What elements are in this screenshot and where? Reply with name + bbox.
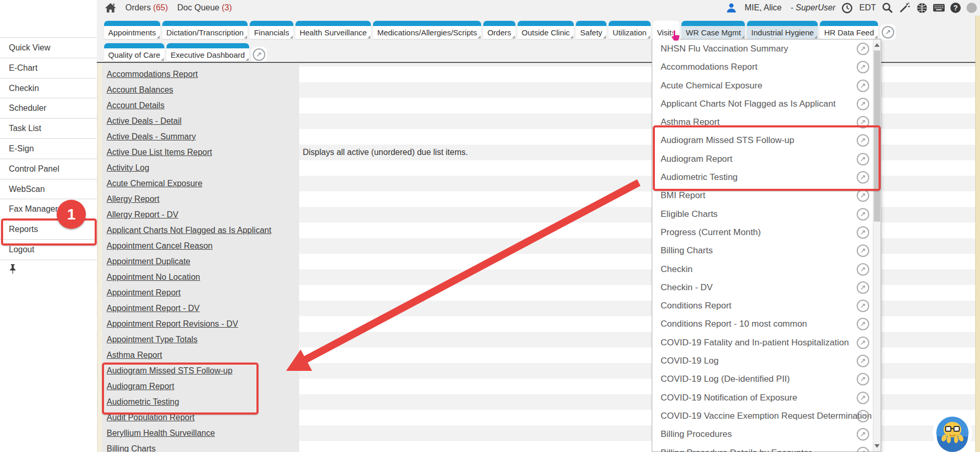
report-link[interactable]: Activity Log [107, 163, 149, 172]
report-link[interactable]: Audiogram Missed STS Follow-up [107, 366, 233, 375]
dropdown-item[interactable]: Asthma Report↗ [652, 113, 873, 131]
module-tab[interactable]: Safety [576, 21, 607, 39]
sidebar-item[interactable]: Checkin [0, 78, 97, 98]
module-tab[interactable]: Orders [483, 21, 515, 39]
module-tab[interactable]: Medications/Allergies/Scripts [373, 21, 481, 39]
report-link[interactable]: Appointment Cancel Reason [107, 241, 213, 250]
dropdown-item[interactable]: Progress (Current Month)↗ [652, 223, 873, 241]
external-link-icon[interactable]: ↗ [857, 189, 869, 202]
dropdown-item[interactable]: COVID-19 Log (De-identified PII)↗ [652, 370, 873, 388]
clock-icon[interactable] [841, 2, 853, 14]
dropdown-item[interactable]: Checkin - DV↗ [652, 278, 873, 296]
dropdown-item[interactable]: Conditions Report - 10 most common↗ [652, 315, 873, 333]
report-link[interactable]: Allergy Report [107, 195, 159, 203]
module-tab[interactable]: Financials [250, 21, 293, 39]
report-link[interactable]: Accommodations Report [107, 70, 198, 79]
report-link[interactable]: Account Balances [107, 85, 173, 94]
dashboard-open-chip[interactable]: ↗ [251, 47, 267, 62]
external-link-icon[interactable]: ↗ [857, 244, 869, 257]
external-link-icon[interactable]: ↗ [857, 43, 869, 55]
external-link-icon[interactable]: ↗ [857, 226, 869, 239]
sidebar-item[interactable]: E-Sign [0, 138, 97, 159]
dropdown-item[interactable]: Eligible Charts↗ [652, 205, 873, 223]
external-link-icon[interactable]: ↗ [857, 153, 869, 165]
dropdown-item[interactable]: COVID-19 Fatality and In-patient Hospita… [652, 333, 873, 352]
external-link-icon[interactable]: ↗ [857, 300, 869, 312]
dashboard-tab[interactable]: Executive Dashboard [166, 43, 249, 61]
dropdown-item[interactable]: Acute Chemical Exposure↗ [652, 76, 873, 95]
tab-overflow-chip[interactable]: ↗ [880, 24, 896, 40]
report-link[interactable]: Beryllium Health Surveillance [107, 429, 215, 437]
module-tab[interactable]: Appointments [104, 21, 160, 39]
external-link-icon[interactable]: ↗ [857, 318, 869, 330]
scroll-up-icon[interactable] [874, 43, 880, 47]
module-tab[interactable]: HR Data Feed [820, 21, 878, 39]
report-link[interactable]: Acute Chemical Exposure [107, 179, 202, 188]
external-link-icon[interactable]: ↗ [857, 98, 869, 110]
external-link-icon[interactable]: ↗ [857, 428, 869, 441]
module-tab[interactable]: Health Surveillance [295, 21, 371, 39]
doc-queue-nav-link[interactable]: Doc Queue (3) [177, 3, 232, 12]
user-name[interactable]: MIE, Alice [745, 3, 782, 12]
dropdown-item[interactable]: Conditions Report↗ [652, 296, 873, 315]
module-tab[interactable]: Industrial Hygiene [747, 21, 818, 39]
module-tab[interactable]: Outside Clinic [518, 21, 574, 39]
report-link[interactable]: Appointment Report - DV [107, 304, 200, 313]
external-link-icon[interactable]: ↗ [857, 80, 869, 92]
report-link[interactable]: Active Deals - Summary [107, 132, 196, 141]
orders-nav-link[interactable]: Orders (65) [125, 3, 168, 12]
report-link[interactable]: Appointment Duplicate [107, 257, 190, 266]
dropdown-item[interactable]: Checkin↗ [652, 260, 873, 278]
report-link[interactable]: Audiometric Testing [107, 397, 179, 406]
dropdown-item[interactable]: COVID-19 Vaccine Exemption Request Deter… [652, 407, 873, 425]
report-link[interactable]: Appointment Report Revisions - DV [107, 319, 238, 328]
sidebar-item[interactable]: Quick View [0, 37, 97, 58]
report-link[interactable]: Applicant Charts Not Flagged as Is Appli… [107, 226, 272, 235]
module-tab[interactable]: Visits [653, 21, 680, 42]
dropdown-item[interactable]: BMI Report↗ [652, 186, 873, 204]
dropdown-item[interactable]: Audiometric Testing↗ [652, 168, 873, 186]
scrollbar-thumb[interactable] [874, 50, 880, 222]
dropdown-item[interactable]: Audiogram Report↗ [652, 150, 873, 168]
dropdown-item[interactable]: COVID-19 Log↗ [652, 352, 873, 370]
chat-assistant-avatar[interactable] [932, 412, 973, 452]
scroll-down-icon[interactable] [874, 444, 880, 448]
report-link[interactable]: Active Due List Items Report [107, 148, 212, 157]
external-link-icon[interactable]: ↗ [857, 171, 869, 184]
sidebar-item[interactable]: Control Panel [0, 159, 97, 179]
external-link-icon[interactable]: ↗ [857, 208, 869, 221]
dropdown-item[interactable]: Billing Procedure Details by Encounter↗ [652, 444, 873, 452]
external-link-icon[interactable]: ↗ [857, 355, 869, 367]
report-link[interactable]: Audiogram Report [107, 382, 174, 391]
report-link[interactable]: Appointment No Location [107, 273, 200, 281]
module-tab[interactable]: Utilization [609, 21, 651, 39]
dropdown-item[interactable]: NHSN Flu Vaccination Summary↗ [652, 40, 873, 58]
sidebar-item[interactable]: Logout [0, 239, 97, 260]
external-link-icon[interactable]: ↗ [857, 61, 869, 73]
dropdown-item[interactable]: Audiogram Missed STS Follow-up↗ [652, 131, 873, 149]
report-link[interactable]: Account Details [107, 101, 164, 110]
dropdown-item[interactable]: COVID-19 Notification of Exposure↗ [652, 389, 873, 407]
globe-icon[interactable] [916, 2, 927, 14]
home-icon[interactable] [105, 3, 116, 13]
external-link-icon[interactable]: ↗ [857, 447, 869, 452]
dropdown-item[interactable]: Applicant Charts Not Flagged as Is Appli… [652, 95, 873, 113]
keyboard-icon[interactable] [933, 2, 945, 14]
external-link-icon[interactable]: ↗ [857, 263, 869, 276]
external-link-icon[interactable]: ↗ [857, 134, 869, 147]
external-link-icon[interactable]: ↗ [857, 392, 869, 404]
external-link-icon[interactable]: ↗ [857, 410, 869, 422]
report-link[interactable]: Allergy Report - DV [107, 210, 178, 219]
module-tab[interactable]: Dictation/Transcription [162, 21, 248, 39]
sidebar-item[interactable]: Task List [0, 118, 97, 138]
report-link[interactable]: Billing Charts [107, 444, 156, 452]
dropdown-item[interactable]: Billing Procedures↗ [652, 425, 873, 443]
report-link[interactable]: Audit Population Report [107, 413, 195, 422]
search-icon[interactable] [882, 2, 893, 14]
external-link-icon[interactable]: ↗ [857, 337, 869, 349]
dropdown-item[interactable]: Billing Charts↗ [652, 241, 873, 260]
sidebar-item[interactable]: E-Chart [0, 58, 97, 78]
pin-icon[interactable] [9, 264, 17, 276]
magic-wand-icon[interactable] [899, 2, 910, 14]
report-link[interactable]: Appointment Report [107, 288, 180, 297]
